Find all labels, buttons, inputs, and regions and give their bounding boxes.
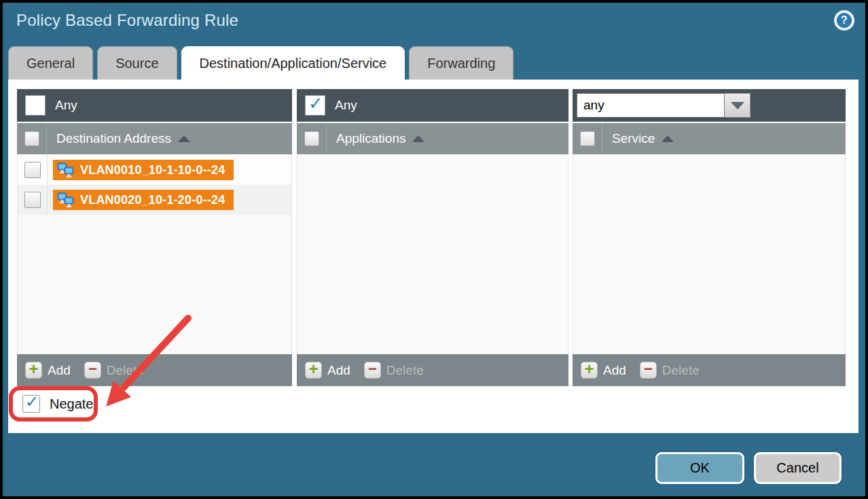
service-list <box>573 155 846 354</box>
delete-minus-icon <box>84 362 101 379</box>
table-row[interactable]: VLAN0020_10-1-20-0--24 <box>18 185 291 215</box>
ok-button[interactable]: OK <box>655 452 744 484</box>
network-address-icon <box>57 162 75 178</box>
destination-select-all-checkbox[interactable] <box>24 131 39 146</box>
delete-minus-icon <box>364 362 381 379</box>
dialog-title: Policy Based Forwarding Rule <box>16 11 238 30</box>
applications-any-label: Any <box>335 98 357 113</box>
negate-highlight-box: Negate <box>9 386 98 421</box>
service-type-dropdown[interactable]: any <box>577 93 751 118</box>
row-checkbox[interactable] <box>24 162 41 178</box>
applications-any-checkbox[interactable] <box>305 95 325 116</box>
address-object-vlan0010[interactable]: VLAN0010_10-1-10-0--24 <box>53 160 234 180</box>
service-any-bar: any <box>573 89 846 122</box>
add-plus-icon <box>25 362 42 379</box>
tab-forwarding[interactable]: Forwarding <box>409 46 513 80</box>
sort-ascending-icon <box>412 135 424 142</box>
add-plus-icon <box>581 362 598 379</box>
service-column-header[interactable]: Service <box>573 123 846 154</box>
destination-any-checkbox[interactable] <box>25 95 46 116</box>
applications-panel: Any Applications Add Delete <box>297 89 568 386</box>
tab-content: Any Destination Address <box>8 80 858 433</box>
policy-based-forwarding-rule-dialog: Policy Based Forwarding Rule ? General S… <box>0 0 868 499</box>
negate-label: Negate <box>50 396 94 412</box>
applications-column-label: Applications <box>336 131 405 146</box>
tab-source[interactable]: Source <box>97 46 177 80</box>
delete-minus-icon <box>640 362 657 379</box>
service-column-label: Service <box>612 131 655 146</box>
sort-ascending-icon <box>178 135 190 142</box>
applications-add-button[interactable]: Add <box>305 362 350 379</box>
destination-address-list: VLAN0010_10-1-10-0--24 <box>17 155 292 354</box>
applications-select-all-checkbox[interactable] <box>304 131 319 146</box>
applications-list <box>297 155 568 354</box>
address-object-label: VLAN0020_10-1-20-0--24 <box>80 193 225 207</box>
negate-checkbox[interactable] <box>22 395 40 413</box>
service-panel: any Service Add Delete <box>573 89 846 386</box>
address-object-label: VLAN0010_10-1-10-0--24 <box>80 163 225 177</box>
destination-action-bar: Add Delete <box>17 354 292 386</box>
destination-add-button[interactable]: Add <box>25 362 71 379</box>
tab-general[interactable]: General <box>8 46 93 80</box>
cancel-button[interactable]: Cancel <box>754 452 842 484</box>
question-mark-icon: ? <box>837 13 852 28</box>
service-action-bar: Add Delete <box>573 354 846 386</box>
dropdown-button[interactable] <box>725 93 751 118</box>
service-select-all-checkbox[interactable] <box>580 131 595 146</box>
applications-action-bar: Add Delete <box>297 354 568 386</box>
destination-any-bar: Any <box>17 89 292 122</box>
destination-delete-button[interactable]: Delete <box>84 362 144 379</box>
destination-column-header[interactable]: Destination Address <box>17 123 292 154</box>
applications-any-bar: Any <box>297 89 568 122</box>
help-icon[interactable]: ? <box>834 10 854 31</box>
network-address-icon <box>57 192 75 208</box>
add-plus-icon <box>305 362 322 379</box>
service-delete-button[interactable]: Delete <box>640 362 700 379</box>
service-add-button[interactable]: Add <box>581 362 626 379</box>
chevron-down-icon <box>731 102 744 109</box>
service-type-value[interactable]: any <box>577 93 725 118</box>
tab-bar: General Source Destination/Application/S… <box>8 46 513 80</box>
applications-delete-button[interactable]: Delete <box>364 362 424 379</box>
tab-destination-application-service[interactable]: Destination/Application/Service <box>181 46 405 80</box>
table-row[interactable]: VLAN0010_10-1-10-0--24 <box>18 155 291 185</box>
row-checkbox[interactable] <box>24 192 41 208</box>
destination-address-panel: Any Destination Address <box>17 89 292 386</box>
sort-ascending-icon <box>662 135 674 142</box>
applications-column-header[interactable]: Applications <box>297 123 568 154</box>
address-object-vlan0020[interactable]: VLAN0020_10-1-20-0--24 <box>53 190 234 210</box>
destination-any-label: Any <box>55 98 77 113</box>
destination-column-label: Destination Address <box>56 131 171 146</box>
